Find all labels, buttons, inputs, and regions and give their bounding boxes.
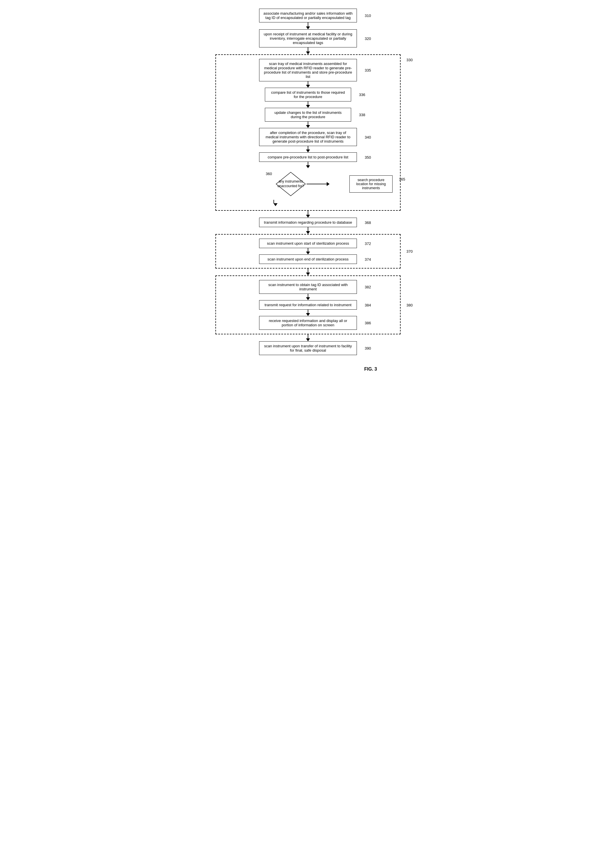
node-372: scan instrument upon start of sterilizat…: [259, 238, 357, 248]
arrow-350-360: [306, 162, 310, 168]
node-390: scan instrument upon transfer of instrum…: [259, 341, 357, 355]
ref-365: 365: [399, 177, 405, 182]
arrow-340-350: [306, 146, 310, 152]
node-335: scan tray of medical instruments assembl…: [259, 59, 357, 81]
node-386: receive requested information and displa…: [259, 316, 357, 330]
ref-390: 390: [365, 346, 371, 350]
arrow-382-384: [306, 294, 310, 300]
node-320: upon receipt of instrument at medical fa…: [259, 29, 357, 48]
node-382: scan instrument to obtain tag ID associa…: [259, 280, 357, 294]
node-350: compare pre-procedure list to post-proce…: [259, 152, 357, 162]
arrow-384-386: [306, 310, 310, 316]
arrow-336-338: [306, 101, 310, 108]
node-368: transmit information regarding procedure…: [259, 217, 357, 227]
ref-372: 372: [365, 241, 371, 246]
arrow-310-320: [306, 22, 310, 29]
flowchart: associate manufacturing and/or sales inf…: [207, 6, 409, 372]
figure-label: FIG. 3: [364, 366, 394, 372]
ref-382: 382: [365, 285, 371, 289]
node-365: search procedure location for missing in…: [349, 175, 392, 193]
arrow-335-336: [306, 81, 310, 88]
ref-368: 368: [365, 220, 371, 225]
ref-320: 320: [365, 36, 371, 40]
ref-340: 340: [365, 135, 371, 139]
region-370: scan instrument upon start of sterilizat…: [215, 234, 401, 268]
page: associate manufacturing and/or sales inf…: [207, 6, 409, 372]
arrow-338-340: [306, 122, 310, 128]
ref-374: 374: [365, 257, 371, 261]
ref-350: 350: [365, 155, 371, 159]
ref-386: 386: [365, 321, 371, 325]
arrow-dashed-368: [306, 211, 310, 217]
region-330: scan tray of medical instruments assembl…: [215, 54, 401, 211]
ref-370: 370: [406, 249, 413, 253]
node-340: after completion of the procedure, scan …: [259, 128, 357, 146]
ref-336: 336: [359, 92, 365, 97]
node-374: scan instrument upon end of sterilizatio…: [259, 255, 357, 264]
node-338: update changes to the list of instrument…: [265, 108, 351, 122]
arrow-368-370: [306, 227, 310, 234]
ref-330: 330: [406, 58, 413, 62]
ref-380: 380: [406, 303, 413, 307]
ref-338: 338: [359, 113, 365, 117]
region-380: scan instrument to obtain tag ID associa…: [215, 276, 401, 334]
arrow-370-380: [306, 268, 310, 276]
ref-310: 310: [365, 13, 371, 18]
arrow-320-dashed: [306, 48, 310, 54]
diamond-360: any instruments unaccounted for?: [275, 171, 307, 197]
ref-384: 384: [365, 303, 371, 307]
ref-360: 360: [266, 172, 272, 176]
node-310: associate manufacturing and/or sales inf…: [259, 9, 357, 22]
node-384: transmit request for information related…: [259, 300, 357, 310]
ref-335: 335: [365, 68, 371, 73]
arrow-380-390: [306, 334, 310, 341]
node-336: compare list of instruments to those req…: [265, 88, 351, 101]
arrow-372-374: [306, 248, 310, 255]
